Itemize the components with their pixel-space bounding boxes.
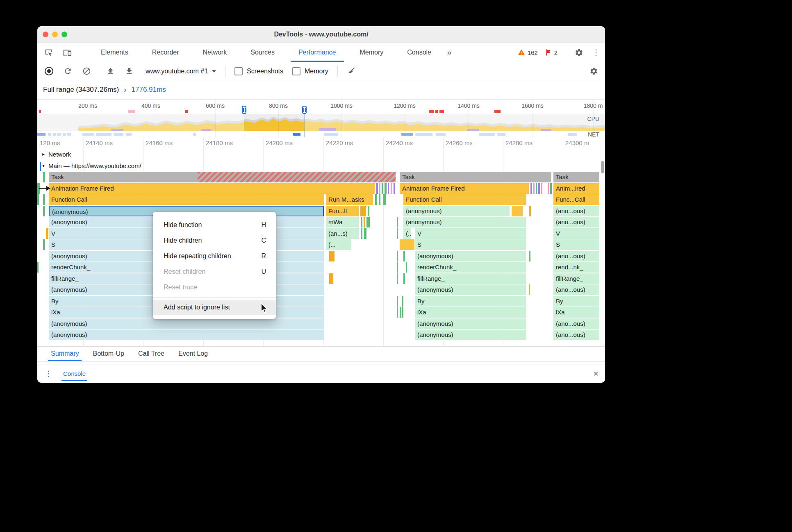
flame-bar[interactable] — [397, 273, 398, 284]
flame-bar-mwa[interactable]: mWa — [326, 217, 359, 227]
flame-bar-task[interactable]: Task — [553, 172, 599, 182]
flame-bar[interactable] — [397, 296, 398, 307]
flame-bar-lxa[interactable]: lXa — [553, 307, 599, 318]
flame-bar[interactable] — [397, 251, 398, 261]
menu-item-add-script-to-ignore-list[interactable]: Add script to ignore list — [153, 300, 276, 315]
flame-bar[interactable] — [329, 273, 333, 284]
flame-bar-an-s[interactable]: (an...s) — [326, 228, 359, 239]
flame-bar[interactable] — [383, 194, 386, 205]
flame-bar-run-m-asks[interactable]: Run M...asks — [326, 194, 373, 205]
flame-bar-fillrange[interactable]: fillRange_ — [553, 273, 599, 284]
flame-bar-anim-ired[interactable]: Anim...ired — [553, 183, 599, 194]
flame-bar[interactable] — [37, 194, 39, 205]
flame-bar[interactable] — [400, 239, 414, 250]
flame-bar[interactable] — [379, 194, 380, 205]
flame-bar-anonymous[interactable]: (anonymous) — [403, 206, 510, 216]
flame-bar-v[interactable]: V — [415, 228, 526, 239]
flame-bar[interactable] — [43, 239, 45, 250]
flame-bar[interactable] — [533, 183, 535, 194]
flame-bar-fillrange[interactable]: fillRange_ — [415, 273, 526, 284]
flame-bar-anonymous[interactable]: (anonymous) — [415, 284, 526, 295]
flame-bar-lxa[interactable]: lXa — [415, 307, 526, 318]
flame-bar-anonymous[interactable]: (anonymous) — [49, 318, 324, 329]
flame-bar-ano-ous[interactable]: (ano...ous) — [553, 284, 599, 295]
flame-bar-anonymous[interactable]: (anonymous) — [415, 330, 526, 340]
flame-bar[interactable] — [397, 307, 398, 318]
bottom-tab-event-log[interactable]: Event Log — [171, 347, 215, 361]
flame-bar-by[interactable]: By — [553, 296, 599, 307]
flame-bar[interactable] — [376, 183, 378, 194]
flame-bar[interactable] — [402, 307, 403, 318]
close-drawer-icon[interactable]: × — [593, 369, 599, 378]
flame-bar-anonymous[interactable]: (anonymous) — [415, 251, 526, 261]
flame-bar-rend-nk[interactable]: rend...nk_ — [553, 262, 599, 273]
flame-bar[interactable] — [43, 206, 45, 216]
flame-bar-fun-ll[interactable]: Fun...ll — [326, 206, 359, 216]
flame-bar[interactable] — [391, 183, 392, 194]
flame-bar[interactable] — [512, 206, 523, 216]
flame-bar[interactable] — [382, 183, 383, 194]
flame-bar[interactable] — [402, 296, 403, 307]
flame-bar[interactable] — [548, 183, 549, 194]
flame-bar[interactable] — [530, 183, 532, 194]
flame-bar[interactable] — [397, 217, 398, 227]
flame-bar[interactable] — [536, 183, 537, 194]
flame-bar-anonymous[interactable]: (anonymous) — [49, 330, 324, 340]
flame-bar[interactable] — [37, 262, 39, 273]
flame-bar-function-call[interactable]: Function Call — [403, 194, 526, 205]
flame-bar-anonymous[interactable]: (anonymous) — [415, 318, 526, 329]
flame-bar-anonymous[interactable]: (anonymous) — [403, 217, 526, 227]
flame-chart[interactable]: TaskAnimation Frame FiredFunction Call(a… — [37, 26, 605, 383]
scrollbar-thumb[interactable] — [601, 161, 604, 173]
flame-bar[interactable] — [388, 183, 389, 194]
flame-bar[interactable] — [529, 206, 531, 216]
flame-bar-v[interactable]: V — [553, 228, 599, 239]
flame-bar-ano-ous[interactable]: (ano...ous) — [553, 330, 599, 340]
flame-bar[interactable] — [400, 307, 401, 318]
flame-bar[interactable] — [198, 172, 396, 182]
flame-bar[interactable] — [361, 228, 362, 239]
drawer-kebab-icon[interactable]: ⋮ — [45, 369, 52, 378]
flame-bar[interactable] — [385, 183, 387, 194]
flame-bar-task[interactable]: Task — [400, 172, 551, 182]
flame-bar[interactable] — [403, 251, 405, 261]
bottom-tab-call-tree[interactable]: Call Tree — [131, 347, 171, 361]
flame-bar[interactable] — [368, 206, 369, 216]
flame-bar[interactable] — [538, 183, 540, 194]
flame-bar[interactable] — [397, 262, 398, 273]
flame-bar-function-call[interactable]: Function Call — [49, 194, 324, 205]
flame-bar[interactable] — [406, 262, 407, 273]
flame-bar[interactable] — [541, 183, 542, 194]
flame-bar[interactable] — [329, 251, 335, 261]
flame-bar[interactable] — [361, 217, 362, 227]
flame-bar-ano-ous[interactable]: (ano...ous) — [553, 217, 599, 227]
flame-bar-[interactable]: (... — [403, 228, 411, 239]
flame-bar-s[interactable]: S — [415, 239, 526, 250]
flame-bar-s[interactable]: S — [553, 239, 599, 250]
flame-bar[interactable] — [529, 284, 530, 295]
flame-bar[interactable] — [46, 228, 48, 239]
flame-bar[interactable] — [379, 183, 380, 194]
flame-bar[interactable] — [43, 172, 45, 182]
flame-bar-animation-frame-fired[interactable]: Animation Frame Fired — [49, 183, 375, 194]
flame-bar[interactable] — [360, 206, 366, 216]
flame-bar-renderchunk[interactable]: renderChunk_ — [415, 262, 526, 273]
menu-item-hide-repeating-children[interactable]: Hide repeating childrenR — [153, 248, 276, 264]
flame-bar-func-call[interactable]: Func...Call — [553, 194, 599, 205]
flame-bar[interactable] — [394, 183, 395, 194]
flame-bar[interactable] — [397, 228, 398, 239]
flame-bar[interactable] — [403, 273, 405, 284]
bottom-tab-summary[interactable]: Summary — [44, 347, 86, 361]
flame-bar-[interactable]: (... — [326, 239, 351, 250]
flame-bar-ano-ous[interactable]: (ano...ous) — [553, 251, 599, 261]
vertical-scrollbar[interactable] — [600, 137, 605, 346]
flame-bar-animation-frame-fired[interactable]: Animation Frame Fired — [400, 183, 529, 194]
bottom-tab-bottom-up[interactable]: Bottom-Up — [86, 347, 131, 361]
flame-bar[interactable] — [364, 217, 365, 227]
flame-bar[interactable] — [375, 194, 377, 205]
flame-bar[interactable] — [366, 217, 370, 227]
drawer-tab-console[interactable]: Console — [61, 364, 87, 383]
flame-bar[interactable] — [550, 183, 552, 194]
flame-bar-by[interactable]: By — [415, 296, 526, 307]
flame-bar[interactable] — [364, 228, 366, 239]
